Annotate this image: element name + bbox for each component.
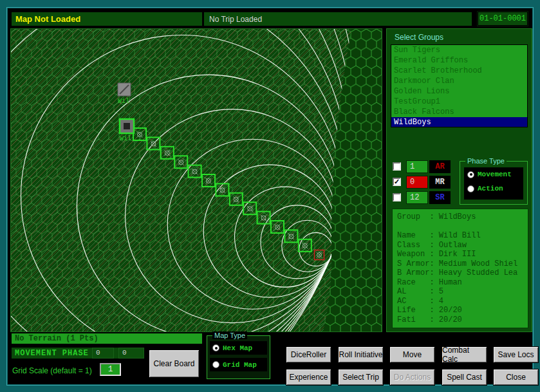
group-list-item[interactable]: TestGroup1 <box>391 97 527 107</box>
group-list-item[interactable]: Sun Tigers <box>391 45 527 55</box>
group-list-item[interactable]: Darkmoor Clan <box>391 76 527 86</box>
group-list-item[interactable]: Golden Lions <box>391 86 527 97</box>
move-button[interactable]: Move <box>389 346 435 363</box>
spell-cast-button[interactable]: Spell Cast <box>442 369 487 386</box>
clear-board-button[interactable]: Clear Board <box>149 350 200 378</box>
map-type-option-grid[interactable]: Grid Map <box>210 358 267 371</box>
modifier-checkbox[interactable] <box>393 193 401 201</box>
group-list-item[interactable]: Emerald Griffons <box>391 55 527 66</box>
roll-initiative-button[interactable]: Roll Initiative <box>338 346 384 363</box>
group-info-text: Group : WildBoys Name : Wild Bill Class … <box>393 209 528 328</box>
group-list-item[interactable]: WildBoys <box>391 117 527 127</box>
map-drawing: Wil Wil <box>11 29 382 331</box>
map-type-group: Map Type Hex Map Grid Map <box>207 335 270 379</box>
group-list-item[interactable]: Black Falcons <box>391 107 527 117</box>
phase-type-options: MovementAction <box>464 167 523 200</box>
radio-icon <box>212 344 219 351</box>
action-buttons-panel: DiceRollerRoll InitiativeMoveCombat Calc… <box>274 333 532 384</box>
radio-icon <box>212 361 219 368</box>
unit-marker-label: Wil <box>118 98 129 105</box>
map-status-bar: Map Not Loaded <box>12 12 202 26</box>
grid-scale-label: Grid Scale (default = 1) <box>12 366 92 375</box>
unit-marker-label: Wil <box>120 135 131 142</box>
close-button[interactable]: Close <box>493 369 539 386</box>
group-list-item[interactable]: Scarlet Brotherhood <box>391 66 527 76</box>
modifier-checkbox[interactable]: ✓ <box>393 178 401 186</box>
combat-calc-button[interactable]: Combat Calc <box>442 346 487 363</box>
groups-listbox[interactable]: Sun TigersEmerald GriffonsScarlet Brothe… <box>391 44 528 127</box>
radio-icon <box>467 185 474 192</box>
select-trip-button[interactable]: Select Trip <box>338 369 384 386</box>
save-locs-button[interactable]: Save Locs <box>493 346 539 363</box>
trip-status-bar: No Trip Loaded <box>204 12 472 26</box>
phase-counter-2: 0 <box>118 348 144 359</box>
modifier-value-field[interactable]: 12 <box>406 191 428 204</box>
terrain-status-bar: No Terrain (1 Pts) <box>12 333 202 344</box>
modifier-label: SR <box>429 191 451 204</box>
application-window: { "window": { "map_status": "Map Not Loa… <box>0 0 540 392</box>
map-type-option-hex[interactable]: Hex Map <box>210 341 267 355</box>
phase-option-action[interactable]: Action <box>464 182 523 196</box>
do-actions-button: Do Actions <box>389 369 435 386</box>
grid-scale-input[interactable]: 1 <box>100 363 121 376</box>
experience-button[interactable]: Experience <box>286 369 331 386</box>
phase-type-label: Phase Type <box>465 157 507 165</box>
radio-label: Grid Map <box>223 361 257 369</box>
diceroller-button[interactable]: DiceRoller <box>286 346 331 363</box>
modifier-label: MR <box>429 176 451 189</box>
map-canvas[interactable]: Wil Wil <box>10 28 382 332</box>
phase-counter-1: 0 <box>92 348 114 359</box>
window-body: Map Not Loaded No Trip Loaded 01-01-0001… <box>8 8 532 384</box>
phase-type-group: Phase Type MovementAction <box>460 161 528 205</box>
modifier-value-field[interactable]: 1 <box>406 160 428 173</box>
radio-icon <box>467 171 474 178</box>
modifier-checkbox[interactable] <box>393 162 401 171</box>
modifier-value-field[interactable]: 0 <box>406 176 428 189</box>
right-panel: Select Groups Sun TigersEmerald Griffons… <box>386 28 532 332</box>
radio-label: Action <box>478 185 503 192</box>
map-type-label: Map Type <box>212 331 247 339</box>
group-info-panel: Group : WildBoys Name : Wild Bill Class … <box>392 209 528 328</box>
modifier-label: AR <box>429 160 451 173</box>
radio-label: Movement <box>478 171 512 178</box>
radio-label: Hex Map <box>223 344 252 352</box>
phase-option-movement[interactable]: Movement <box>464 167 523 182</box>
game-date: 01-01-0001 <box>478 12 528 26</box>
select-groups-label: Select Groups <box>395 33 443 42</box>
